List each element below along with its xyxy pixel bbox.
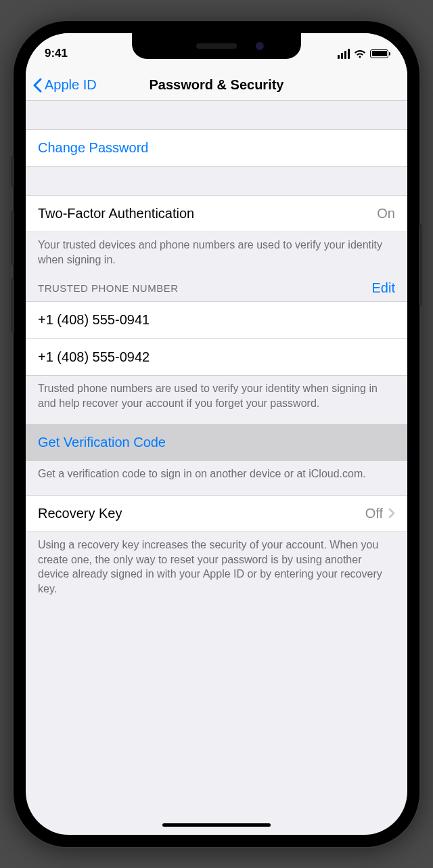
volume-down-button: [11, 278, 14, 332]
verification-code-footer: Get a verification code to sign in on an…: [26, 461, 407, 495]
change-password-label: Change Password: [38, 140, 148, 156]
trusted-phone-header: TRUSTED PHONE NUMBER Edit: [26, 275, 407, 301]
get-verification-code-cell[interactable]: Get Verification Code: [26, 424, 407, 461]
trusted-phone-footer: Trusted phone numbers are used to verify…: [26, 376, 407, 424]
two-factor-cell[interactable]: Two-Factor Authentication On: [26, 195, 407, 232]
device-frame: 9:41 Apple ID Password & Security Change…: [14, 21, 419, 847]
chevron-right-icon: [388, 508, 395, 519]
back-label: Apple ID: [45, 77, 97, 93]
volume-up-button: [11, 211, 14, 265]
cellular-signal-icon: [338, 49, 350, 59]
recovery-key-footer: Using a recovery key increases the secur…: [26, 532, 407, 609]
trusted-phone-number: +1 (408) 555-0941: [38, 312, 150, 328]
trusted-phone-number: +1 (408) 555-0942: [38, 349, 150, 365]
speaker-grille: [196, 43, 237, 49]
change-password-cell[interactable]: Change Password: [26, 129, 407, 167]
edit-button[interactable]: Edit: [372, 280, 395, 296]
power-button: [419, 224, 422, 305]
silent-switch: [11, 156, 14, 187]
two-factor-value: On: [377, 206, 395, 221]
back-button[interactable]: Apple ID: [26, 77, 97, 93]
battery-icon: [370, 49, 388, 58]
recovery-key-label: Recovery Key: [38, 506, 122, 521]
status-right: [338, 49, 388, 59]
recovery-key-cell[interactable]: Recovery Key Off: [26, 495, 407, 532]
wifi-icon: [354, 49, 366, 58]
two-factor-label: Two-Factor Authentication: [38, 206, 194, 221]
two-factor-footer: Your trusted devices and phone numbers a…: [26, 232, 407, 275]
status-time: 9:41: [45, 47, 68, 60]
chevron-left-icon: [32, 78, 42, 93]
content: Change Password Two-Factor Authenticatio…: [26, 101, 407, 609]
home-indicator[interactable]: [162, 823, 271, 827]
front-camera: [256, 42, 264, 50]
trusted-phone-row[interactable]: +1 (408) 555-0942: [26, 339, 407, 376]
trusted-phone-header-label: TRUSTED PHONE NUMBER: [38, 282, 179, 294]
recovery-key-value: Off: [365, 506, 383, 521]
trusted-phone-row[interactable]: +1 (408) 555-0941: [26, 301, 407, 339]
notch: [132, 33, 301, 59]
screen: 9:41 Apple ID Password & Security Change…: [26, 33, 407, 835]
get-verification-code-label: Get Verification Code: [38, 435, 166, 450]
